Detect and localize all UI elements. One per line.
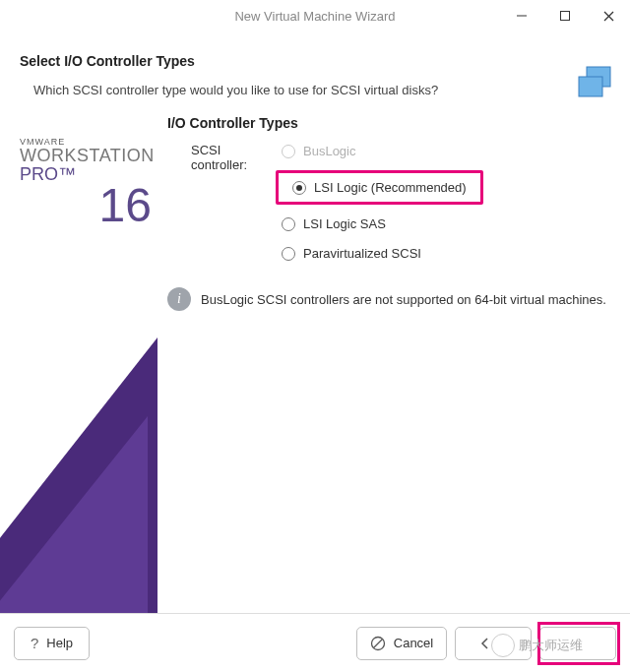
radio-icon	[282, 145, 295, 158]
info-icon: i	[167, 287, 191, 311]
help-icon: ?	[31, 635, 38, 651]
radio-label: LSI Logic SAS	[303, 216, 386, 231]
chevron-left-icon	[480, 638, 490, 649]
svg-line-7	[373, 639, 382, 647]
help-label: Help	[46, 636, 73, 650]
cancel-icon	[370, 636, 386, 651]
window-title: New Virtual Machine Wizard	[234, 9, 395, 24]
titlebar: New Virtual Machine Wizard	[0, 0, 630, 31]
radio-label: BusLogic	[303, 144, 355, 158]
content-panel: I/O Controller Types SCSI controller: Bu…	[167, 111, 610, 311]
info-row: i BusLogic SCSI controllers are not supp…	[167, 287, 610, 311]
radio-lsi-logic-sas[interactable]: LSI Logic SAS	[276, 214, 483, 234]
wizard-header: Select I/O Controller Types Which SCSI c…	[0, 31, 630, 111]
svg-rect-5	[579, 77, 602, 96]
minimize-button[interactable]	[500, 0, 543, 31]
radio-icon	[282, 217, 295, 231]
watermark-text: 鹏大师运维	[519, 637, 583, 654]
radio-icon	[282, 247, 295, 261]
page-title: Select I/O Controller Types	[20, 53, 610, 69]
decor-triangle-2	[0, 416, 148, 613]
window-controls	[500, 0, 630, 31]
radio-lsi-logic[interactable]: LSI Logic (Recommended)	[286, 177, 472, 198]
info-text: BusLogic SCSI controllers are not suppor…	[201, 292, 606, 307]
radio-icon	[292, 181, 306, 195]
brand-line1: WORKSTATION	[20, 147, 167, 165]
radio-label: Paravirtualized SCSI	[303, 246, 421, 261]
svg-rect-1	[561, 12, 570, 21]
cancel-button[interactable]: Cancel	[356, 627, 447, 660]
watermark-avatar	[491, 634, 515, 657]
radio-paravirtualized[interactable]: Paravirtualized SCSI	[276, 243, 483, 264]
watermark: 鹏大师运维	[491, 634, 583, 657]
help-button[interactable]: ? Help	[14, 627, 90, 660]
page-subtitle: Which SCSI controller type would you lik…	[20, 83, 610, 97]
maximize-button[interactable]	[543, 0, 587, 31]
radio-buslogic: BusLogic	[276, 141, 483, 161]
brand-version: 16	[20, 182, 167, 229]
scsi-controller-label: SCSI controller:	[167, 141, 276, 264]
close-button[interactable]	[587, 0, 630, 31]
cancel-label: Cancel	[394, 636, 433, 650]
section-title: I/O Controller Types	[167, 115, 610, 131]
brand-panel: VMWARE WORKSTATION PRO™ 16	[20, 111, 167, 311]
radio-label: LSI Logic (Recommended)	[314, 180, 467, 195]
annotation-highlight: LSI Logic (Recommended)	[276, 170, 483, 205]
controller-icon	[573, 61, 616, 104]
